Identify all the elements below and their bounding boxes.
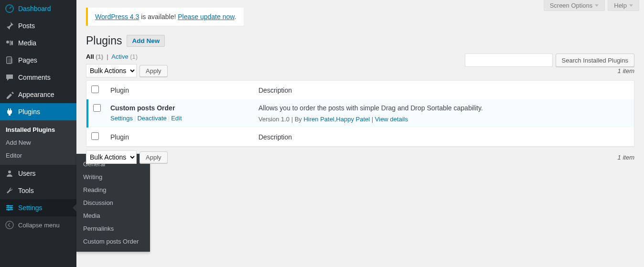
sidebar-label: Dashboard: [18, 5, 51, 12]
svg-point-9: [10, 207, 12, 209]
flyout-media[interactable]: Media: [76, 209, 150, 222]
item-count-bottom: 1 item: [618, 154, 634, 161]
plugin-version: Version 1.0: [258, 116, 290, 123]
update-now-link[interactable]: Please update now: [178, 13, 234, 21]
wp-version-link[interactable]: WordPress 4.3: [95, 13, 139, 21]
media-icon: [5, 38, 14, 48]
plugin-description: Allows you to order the posts with simpl…: [258, 104, 629, 112]
sidebar-label: Users: [18, 170, 36, 177]
flyout-discussion[interactable]: Discussion: [76, 196, 150, 209]
action-settings[interactable]: Settings: [110, 115, 133, 122]
filter-active-count: (1): [130, 53, 138, 60]
sidebar-label: Posts: [18, 22, 35, 30]
sidebar-label: Settings: [18, 204, 43, 212]
svg-point-8: [7, 205, 9, 207]
settings-icon: [5, 203, 14, 213]
apply-button-bottom[interactable]: Apply: [140, 151, 168, 163]
by-label: By: [295, 116, 302, 123]
filter-active[interactable]: Active (1): [111, 53, 138, 60]
search-box: Search Installed Plugins: [465, 53, 634, 67]
sidebar-item-pages[interactable]: Pages: [0, 52, 76, 69]
appearance-icon: [5, 90, 14, 99]
pin-icon: [5, 21, 14, 31]
sidebar-label: Pages: [18, 56, 37, 64]
filter-active-label: Active: [111, 53, 128, 60]
tools-icon: [5, 186, 14, 195]
select-all-bottom[interactable]: [91, 132, 99, 140]
update-nag: WordPress 4.3 is available! Please updat…: [86, 8, 244, 26]
sidebar-item-tools[interactable]: Tools: [0, 182, 76, 199]
sidebar-label: Appearance: [18, 91, 54, 98]
apply-button-top[interactable]: Apply: [140, 65, 168, 77]
flyout-permalinks[interactable]: Permalinks: [76, 222, 150, 235]
item-count-top: 1 item: [618, 67, 634, 75]
pages-icon: [5, 55, 14, 65]
action-edit[interactable]: Edit: [171, 115, 182, 122]
plugin-meta: Version 1.0 | By Hiren Patel,Happy Patel…: [258, 116, 629, 123]
page-title: Plugins: [86, 34, 122, 47]
plugins-icon: [5, 107, 14, 117]
plugins-table: Plugin Description Custom posts Order Se…: [86, 80, 634, 147]
collapse-icon: [5, 220, 14, 230]
filter-all-label: All: [86, 53, 94, 60]
view-details-link[interactable]: View details: [375, 116, 408, 123]
svg-point-4: [8, 171, 11, 173]
admin-sidebar: Dashboard Posts Media Pages Comments App…: [0, 0, 76, 267]
sidebar-item-appearance[interactable]: Appearance: [0, 86, 76, 103]
col-description-foot[interactable]: Description: [254, 128, 634, 146]
col-plugin[interactable]: Plugin: [106, 81, 254, 99]
submenu-add-new[interactable]: Add New: [0, 136, 76, 149]
search-button[interactable]: Search Installed Plugins: [556, 53, 634, 67]
dashboard-icon: [5, 4, 14, 13]
sidebar-item-comments[interactable]: Comments: [0, 69, 76, 86]
filter-all-count: (1): [96, 53, 103, 60]
sidebar-item-settings[interactable]: Settings: [0, 199, 76, 216]
bulk-actions-select[interactable]: Bulk Actions: [86, 64, 137, 77]
main-content: WordPress 4.3 is available! Please updat…: [76, 0, 644, 164]
sidebar-item-dashboard[interactable]: Dashboard: [0, 0, 76, 17]
sidebar-item-posts[interactable]: Posts: [0, 17, 76, 34]
sidebar-label: Plugins: [18, 108, 40, 116]
comments-icon: [5, 73, 14, 82]
plugin-row: Custom posts Order Settings|Deactivate|E…: [86, 99, 634, 128]
filter-all[interactable]: All (1): [86, 53, 103, 60]
submenu-editor[interactable]: Editor: [0, 149, 76, 162]
plugin-author-link[interactable]: Hiren Patel,Happy Patel: [303, 116, 370, 123]
sidebar-item-media[interactable]: Media: [0, 34, 76, 52]
row-checkbox[interactable]: [93, 104, 101, 112]
flyout-custom-posts-order[interactable]: Custom posts Order: [76, 235, 150, 248]
svg-rect-3: [8, 58, 13, 64]
action-deactivate[interactable]: Deactivate: [137, 115, 166, 122]
row-actions: Settings|Deactivate|Edit: [110, 115, 249, 122]
sidebar-label: Media: [18, 39, 36, 47]
bulk-actions-select-bottom[interactable]: Bulk Actions: [86, 150, 137, 164]
flyout-writing[interactable]: Writing: [76, 171, 150, 183]
sidebar-label: Comments: [18, 74, 51, 81]
nag-text: is available!: [139, 13, 178, 21]
svg-point-1: [6, 41, 9, 43]
search-input[interactable]: [465, 53, 553, 67]
plugin-name: Custom posts Order: [110, 104, 249, 112]
sidebar-item-plugins[interactable]: Plugins: [0, 103, 76, 120]
col-plugin-foot[interactable]: Plugin: [106, 128, 254, 146]
submenu-installed-plugins[interactable]: Installed Plugins: [0, 123, 76, 136]
plugins-submenu: Installed Plugins Add New Editor: [0, 120, 76, 165]
flyout-reading[interactable]: Reading: [76, 183, 150, 196]
col-description[interactable]: Description: [254, 81, 634, 99]
settings-flyout: General Writing Reading Discussion Media…: [76, 154, 150, 252]
add-new-button[interactable]: Add New: [127, 35, 165, 47]
sidebar-item-users[interactable]: Users: [0, 165, 76, 182]
users-icon: [5, 169, 14, 178]
select-all-top[interactable]: [91, 85, 99, 93]
collapse-menu[interactable]: Collapse menu: [0, 216, 76, 234]
nag-suffix: .: [235, 13, 236, 21]
sidebar-label: Tools: [18, 187, 34, 194]
svg-point-10: [8, 209, 10, 211]
collapse-label: Collapse menu: [18, 222, 60, 229]
svg-point-11: [6, 221, 13, 229]
